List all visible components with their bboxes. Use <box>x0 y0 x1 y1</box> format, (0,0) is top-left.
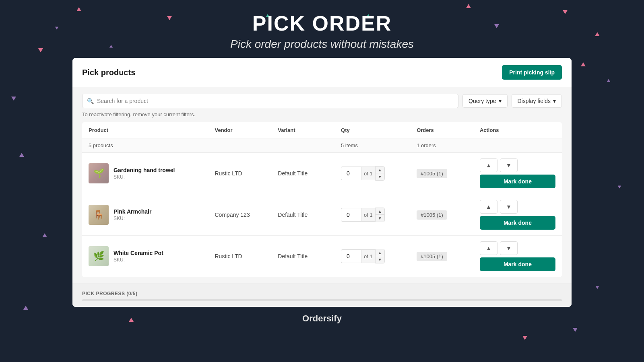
display-fields-button[interactable]: Display fields ▾ <box>512 94 562 108</box>
card-header: Pick products Print picking slip <box>72 58 572 87</box>
filter-hint: To reactivate filtering, remove your cur… <box>82 111 562 117</box>
qty-control: of 1 ▲ ▼ <box>341 166 417 181</box>
col-actions: Actions <box>480 127 555 133</box>
arrow-down-button[interactable]: ▼ <box>500 241 518 255</box>
deco-tri-14 <box>11 97 16 101</box>
product-name: Pink Armchair <box>114 208 151 215</box>
arrow-buttons: ▲ ▼ <box>480 241 555 255</box>
arrow-up-button[interactable]: ▲ <box>480 200 497 214</box>
chevron-down-icon: ▾ <box>499 98 502 104</box>
qty-spinners: ▲ ▼ <box>375 208 385 222</box>
arrow-up-button[interactable]: ▲ <box>480 241 497 255</box>
actions-cell: ▲ ▼ Mark done <box>480 158 555 188</box>
table-header: Product Vendor Variant Qty Orders Action… <box>82 122 562 138</box>
qty-down-button[interactable]: ▼ <box>376 215 384 222</box>
product-vendor: Rustic LTD <box>215 170 278 177</box>
qty-input[interactable] <box>341 208 361 222</box>
actions-cell: ▲ ▼ Mark done <box>480 200 555 230</box>
summary-products: 5 products <box>89 142 215 148</box>
col-variant: Variant <box>278 127 341 133</box>
col-vendor: Vendor <box>215 127 278 133</box>
product-details: White Ceramic Pot SKU: <box>114 250 163 263</box>
product-variant: Default Title <box>278 253 341 259</box>
arrow-buttons: ▲ ▼ <box>480 200 555 214</box>
qty-spinners: ▲ ▼ <box>375 166 385 181</box>
search-container: 🔍 <box>82 94 458 108</box>
summary-row: 5 products 5 items 1 orders <box>82 138 562 153</box>
qty-down-button[interactable]: ▼ <box>376 173 384 180</box>
chevron-down-icon: ▾ <box>553 98 556 104</box>
mark-done-button[interactable]: Mark done <box>480 216 555 230</box>
deco-tri-18 <box>596 286 599 289</box>
actions-cell: ▲ ▼ Mark done <box>480 241 555 271</box>
query-type-button[interactable]: Query type ▾ <box>462 94 507 108</box>
col-qty: Qty <box>341 127 417 133</box>
search-row: 🔍 Query type ▾ Display fields ▾ <box>82 94 562 108</box>
qty-input[interactable] <box>341 249 361 263</box>
mark-done-button[interactable]: Mark done <box>480 257 555 271</box>
col-product: Product <box>89 127 215 133</box>
print-picking-slip-button[interactable]: Print picking slip <box>502 65 562 80</box>
search-icon: 🔍 <box>87 98 94 104</box>
col-orders: Orders <box>417 127 480 133</box>
qty-up-button[interactable]: ▲ <box>376 167 384 173</box>
product-img-ceramic: 🌿 <box>89 246 109 266</box>
product-img-armchair: 🪑 <box>89 205 109 225</box>
arrow-down-button[interactable]: ▼ <box>500 158 518 172</box>
product-vendor: Rustic LTD <box>215 253 278 259</box>
arrow-buttons: ▲ ▼ <box>480 158 555 172</box>
card-title: Pick products <box>82 68 135 77</box>
deco-tri-19 <box>23 306 28 310</box>
product-variant: Default Title <box>278 170 341 177</box>
deco-tri-13 <box>607 79 610 82</box>
qty-up-button[interactable]: ▲ <box>376 208 384 215</box>
qty-of: of 1 <box>361 249 375 263</box>
pick-progress-label: PICK PROGRESS (0/5) <box>82 291 138 296</box>
card-body: 🔍 Query type ▾ Display fields ▾ To react… <box>72 87 572 284</box>
summary-orders: 1 orders <box>417 142 480 148</box>
product-info: 🌿 White Ceramic Pot SKU: <box>89 246 215 266</box>
deco-tri-15 <box>19 153 24 157</box>
deco-tri-7 <box>581 62 586 66</box>
qty-control: of 1 ▲ ▼ <box>341 249 417 263</box>
product-name: White Ceramic Pot <box>114 250 163 256</box>
footer-brand: Ordersify <box>0 313 644 324</box>
arrow-up-button[interactable]: ▲ <box>480 158 497 172</box>
deco-tri-20 <box>573 328 578 332</box>
order-badge: #1005 (1) <box>417 252 447 261</box>
product-image: 🌱 <box>89 163 109 183</box>
table-row: 🪑 Pink Armchair SKU: Company 123 Default… <box>82 194 562 236</box>
table-row: 🌿 White Ceramic Pot SKU: Rustic LTD Defa… <box>82 236 562 277</box>
product-details: Gardening hand trowel SKU: <box>114 167 175 180</box>
product-details: Pink Armchair SKU: <box>114 208 151 221</box>
product-vendor: Company 123 <box>215 212 278 218</box>
table-row: 🌱 Gardening hand trowel SKU: Rustic LTD … <box>82 153 562 194</box>
product-img-gardening: 🌱 <box>89 163 109 183</box>
qty-spinners: ▲ ▼ <box>375 249 385 263</box>
product-sku: SKU: <box>114 174 175 180</box>
order-badge: #1005 (1) <box>417 169 447 178</box>
progress-bar-background <box>82 299 562 301</box>
qty-control: of 1 ▲ ▼ <box>341 208 417 222</box>
order-badge-wrap: #1005 (1) <box>417 169 480 178</box>
page-subtitle: Pick order products without mistakes <box>0 38 644 51</box>
page-header: PICK ORDER Pick order products without m… <box>0 0 644 51</box>
order-badge: #1005 (1) <box>417 210 447 220</box>
main-card: Pick products Print picking slip 🔍 Query… <box>72 58 572 307</box>
summary-qty: 5 items <box>341 142 417 148</box>
pick-progress: PICK PROGRESS (0/5) <box>72 284 572 307</box>
qty-up-button[interactable]: ▲ <box>376 249 384 256</box>
arrow-down-button[interactable]: ▼ <box>500 200 518 214</box>
product-image: 🌿 <box>89 246 109 266</box>
product-image: 🪑 <box>89 205 109 225</box>
search-input[interactable] <box>82 94 458 108</box>
qty-of: of 1 <box>361 167 375 180</box>
product-name: Gardening hand trowel <box>114 167 175 173</box>
deco-tri-17 <box>42 233 47 237</box>
products-table: Product Vendor Variant Qty Orders Action… <box>82 122 562 277</box>
order-badge-wrap: #1005 (1) <box>417 252 480 261</box>
mark-done-button[interactable]: Mark done <box>480 175 555 188</box>
qty-input[interactable] <box>341 167 361 180</box>
qty-of: of 1 <box>361 208 375 222</box>
qty-down-button[interactable]: ▼ <box>376 256 384 263</box>
